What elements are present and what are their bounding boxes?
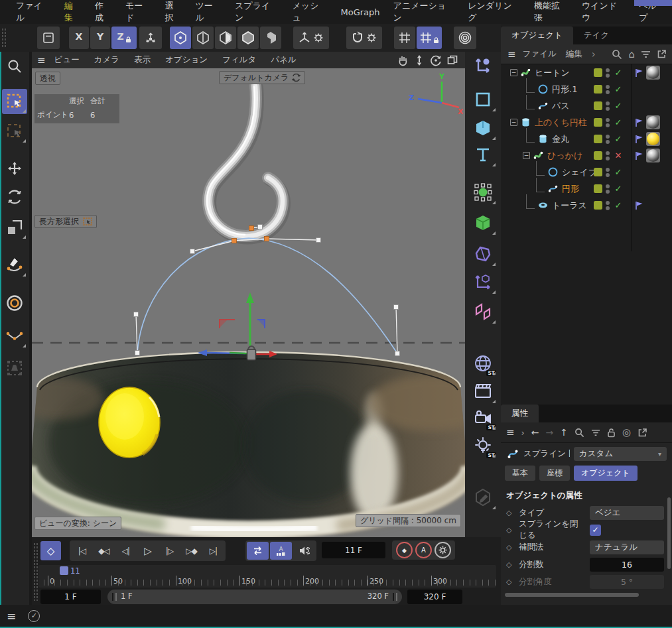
viewport-magnify-button[interactable] (2, 54, 27, 79)
tree-row[interactable]: − ひっかけ ✕ (501, 147, 672, 164)
menu-animation[interactable]: アニメーション (387, 0, 462, 27)
record-key-button[interactable]: ◆ (396, 542, 413, 558)
menu-tools[interactable]: ツール (189, 0, 229, 27)
prev-key-button[interactable]: ◆◁ (93, 542, 115, 560)
vp-menu-options[interactable]: オプション (158, 52, 215, 68)
visibility-dots[interactable] (606, 101, 610, 111)
menu-spline[interactable]: スプライン (228, 0, 285, 27)
interpolation-dropdown[interactable]: ナチュラル (590, 540, 664, 554)
goto-start-button[interactable]: |◁ (71, 542, 93, 560)
visibility-dots[interactable] (606, 201, 610, 210)
visibility-dots[interactable] (606, 85, 610, 94)
world-axis-button[interactable] (139, 27, 162, 49)
target-rings-button[interactable] (454, 27, 476, 49)
projection-label[interactable]: 透視 (35, 72, 60, 85)
timeline-ruler[interactable]: 0 50 100 150 200 250 300 11 (38, 565, 496, 588)
spline-pen-button[interactable] (2, 253, 27, 278)
menu-render[interactable]: レンダリング (461, 0, 527, 27)
text-primitive-button[interactable] (469, 141, 497, 168)
layer-color-chip[interactable] (594, 201, 602, 210)
vp-menu-filter[interactable]: フィルタ (215, 52, 263, 68)
viewport-menu-icon[interactable]: ≡ (37, 54, 46, 66)
axis-x-button[interactable]: X (69, 27, 89, 49)
edges-mode-button[interactable] (192, 27, 214, 49)
history-forward-icon[interactable]: → (546, 427, 554, 438)
enabled-check-icon[interactable]: ✓ (613, 167, 624, 177)
layer-color-chip[interactable] (594, 85, 602, 94)
polygons-mode-button[interactable] (215, 27, 236, 49)
menu-mesh[interactable]: メッシュ (285, 0, 334, 27)
om-menu-file[interactable]: ファイル (523, 48, 557, 60)
home-icon[interactable]: ⌂ (628, 48, 635, 60)
enabled-check-icon[interactable]: ✓ (613, 200, 624, 210)
rectangle-select-button[interactable] (2, 89, 27, 114)
spline-smooth-button[interactable] (2, 324, 27, 349)
layer-color-chip[interactable] (594, 68, 602, 77)
tab-basic[interactable]: 基本 (505, 466, 535, 481)
history-back-icon[interactable]: ← (531, 427, 539, 438)
scale-tool-button[interactable] (2, 215, 27, 240)
menu-select[interactable]: 選択 (159, 0, 189, 27)
visibility-dots[interactable] (606, 118, 610, 127)
menu-edit[interactable]: 編集 (58, 0, 88, 27)
next-key-button[interactable]: ▷◆ (180, 542, 202, 560)
deformer-button[interactable] (469, 241, 497, 267)
vp-menu-display[interactable]: 表示 (127, 52, 158, 68)
orbit-rotate-icon[interactable] (430, 54, 442, 66)
layer-color-chip[interactable] (594, 101, 602, 110)
range-end-field[interactable]: 320 F (407, 590, 462, 604)
move-tool-button[interactable] (2, 156, 27, 181)
lock-icon[interactable] (607, 428, 616, 438)
flag-tag-icon[interactable] (635, 135, 643, 144)
dolly-zoom-icon[interactable] (413, 54, 425, 66)
playhead-marker[interactable] (60, 566, 68, 575)
mograph-cloner-button[interactable] (469, 179, 497, 206)
keyframe-settings-button[interactable] (435, 542, 451, 558)
layer-color-chip[interactable] (594, 168, 602, 176)
disabled-cross-icon[interactable]: ✕ (613, 151, 624, 160)
tab-takes[interactable]: テイク (573, 27, 620, 44)
menu-window[interactable]: ウインドウ (575, 0, 632, 27)
camera-object-button[interactable]: ST (469, 405, 497, 431)
toggle-panel-icon[interactable] (446, 54, 458, 66)
timeline-grip[interactable] (33, 542, 38, 601)
annotation-button[interactable] (469, 484, 497, 511)
active-tool-hint[interactable]: 長方形選択 (34, 215, 97, 228)
om-menu-edit[interactable]: 編集 (566, 48, 582, 60)
viewport-3d[interactable]: 透視 デフォルトカメラ 選択合計 ポイント66 長方形選択 ビューの変換: シー… (32, 68, 465, 537)
circle-tool-button[interactable] (2, 290, 27, 316)
detach-icon[interactable] (657, 49, 667, 59)
play-button[interactable]: ▷ (137, 542, 159, 560)
grid-button[interactable] (394, 27, 415, 49)
axis-y-button[interactable]: Y (90, 27, 110, 49)
enabled-check-icon[interactable]: ✓ (613, 134, 624, 144)
flag-tag-icon[interactable] (635, 151, 643, 160)
search-icon[interactable] (574, 428, 584, 438)
texture-mode-button[interactable] (260, 27, 281, 49)
menu-mode[interactable]: モード (119, 0, 159, 27)
vp-menu-panel[interactable]: パネル (263, 52, 303, 68)
om-menu-icon[interactable]: ≡ (507, 48, 516, 60)
status-menu-icon[interactable]: ≡ (7, 609, 16, 623)
texture-tag-chrome[interactable] (646, 115, 660, 129)
modeling-box-button[interactable] (37, 27, 60, 49)
light-object-button[interactable]: ST (469, 432, 497, 459)
current-frame-field[interactable]: 11 F (322, 542, 385, 558)
filter-icon[interactable] (591, 428, 600, 437)
menu-extensions[interactable]: 機能拡張 (527, 0, 575, 27)
flag-tag-icon[interactable] (635, 201, 643, 210)
goto-end-button[interactable]: ▷| (202, 542, 224, 560)
key-diamond-icon[interactable]: ◇ (506, 526, 514, 534)
om-menu-more-icon[interactable]: › (592, 48, 596, 60)
type-dropdown[interactable]: ベジエ (590, 506, 664, 520)
vp-menu-view[interactable]: ビュー (47, 52, 87, 68)
menu-mograph[interactable]: MoGraph (334, 5, 387, 20)
coordinate-helper-button[interactable] (469, 269, 497, 295)
tree-row[interactable]: トーラス ✓ (501, 197, 672, 214)
key-diamond-icon[interactable]: ◇ (506, 543, 514, 552)
collapse-toggle-icon[interactable]: − (510, 119, 517, 126)
enabled-check-icon[interactable]: ✓ (613, 184, 624, 194)
texture-tag-chrome[interactable] (646, 149, 660, 162)
tree-row[interactable]: 金丸 ✓ (501, 131, 672, 147)
tab-objects[interactable]: オブジェクト (501, 27, 573, 44)
